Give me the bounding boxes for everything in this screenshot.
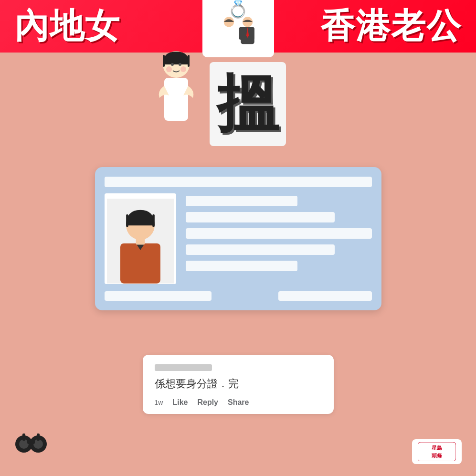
share-button[interactable]: Share bbox=[228, 398, 249, 407]
header-center-image: 💍 bbox=[202, 0, 274, 57]
id-card-top-bar bbox=[105, 177, 372, 187]
ring-icon: 💍 bbox=[227, 0, 249, 19]
comment-time: 1w bbox=[155, 399, 163, 406]
svg-text:星島: 星島 bbox=[432, 445, 442, 451]
svg-rect-28 bbox=[37, 434, 40, 441]
id-field-id-number bbox=[186, 244, 335, 255]
brand-logo: 星島 頭條 bbox=[412, 439, 462, 464]
id-bottom-right bbox=[278, 291, 372, 301]
svg-rect-10 bbox=[188, 55, 190, 67]
couple-illustration bbox=[210, 14, 267, 53]
svg-rect-13 bbox=[164, 78, 188, 121]
svg-rect-27 bbox=[22, 434, 25, 441]
id-card-bottom bbox=[105, 291, 372, 301]
bride-figure-svg bbox=[138, 48, 214, 153]
id-bottom-left bbox=[105, 291, 212, 301]
id-card-photo bbox=[105, 193, 176, 284]
comment-text: 係想要身分證．完 bbox=[155, 377, 322, 391]
like-button[interactable]: Like bbox=[172, 398, 188, 407]
id-field-dob bbox=[186, 212, 335, 222]
svg-rect-26 bbox=[27, 439, 35, 444]
comment-username-bar bbox=[155, 364, 212, 371]
id-field-expiry bbox=[186, 261, 297, 271]
svg-point-12 bbox=[179, 63, 181, 66]
reply-button[interactable]: Reply bbox=[197, 398, 218, 407]
svg-rect-18 bbox=[126, 214, 128, 227]
bride-area bbox=[138, 48, 214, 143]
svg-rect-9 bbox=[163, 55, 165, 67]
header-right-text: 香港老公 bbox=[320, 3, 462, 49]
id-card-fields bbox=[186, 193, 372, 285]
svg-point-15 bbox=[180, 66, 186, 72]
svg-point-11 bbox=[171, 63, 174, 66]
svg-rect-19 bbox=[152, 214, 155, 227]
svg-rect-2 bbox=[220, 27, 225, 40]
svg-point-14 bbox=[166, 66, 172, 72]
svg-rect-7 bbox=[249, 27, 254, 40]
comment-box: 係想要身分證．完 1w Like Reply Share bbox=[143, 355, 334, 414]
svg-rect-21 bbox=[136, 238, 145, 244]
svg-text:頭條: 頭條 bbox=[432, 453, 443, 458]
id-card-body bbox=[105, 193, 372, 285]
id-field-name bbox=[186, 196, 297, 206]
big-character: 搵 bbox=[210, 62, 286, 146]
binoculars-logo bbox=[14, 430, 48, 462]
svg-rect-6 bbox=[239, 27, 244, 40]
header-left-text: 內地女 bbox=[14, 3, 120, 49]
id-field-address bbox=[186, 228, 372, 239]
comment-actions: 1w Like Reply Share bbox=[155, 398, 322, 407]
svg-rect-3 bbox=[231, 27, 236, 40]
big-character-box: 搵 bbox=[210, 62, 286, 146]
id-card bbox=[95, 167, 381, 310]
